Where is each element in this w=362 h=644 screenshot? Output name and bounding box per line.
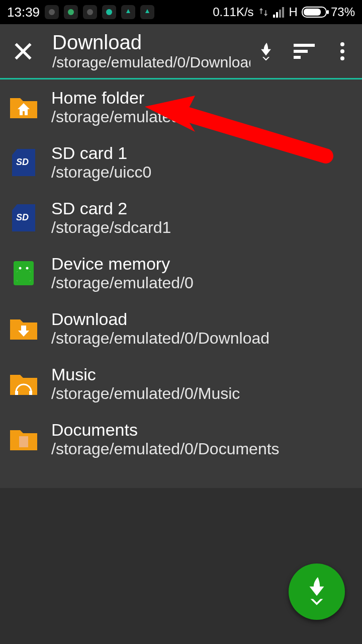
svg-text:SD: SD — [16, 212, 29, 222]
list-item-path: /storage/uicc0 — [51, 163, 353, 182]
svg-rect-10 — [294, 56, 301, 59]
notification-icon — [140, 5, 154, 19]
documents-folder-icon — [9, 425, 38, 454]
svg-rect-6 — [279, 10, 281, 18]
list-item-name: SD card 1 — [51, 143, 353, 163]
svg-rect-20 — [17, 271, 31, 281]
download-icon — [257, 41, 275, 61]
status-network-speed: 0.11K/s — [213, 5, 253, 19]
list-item-name: Music — [51, 365, 353, 384]
close-button[interactable] — [9, 37, 37, 65]
svg-rect-9 — [294, 50, 308, 53]
list-item-name: Device memory — [51, 254, 353, 274]
sdcard-icon: SD — [9, 148, 38, 177]
svg-rect-5 — [276, 12, 278, 18]
status-network-type: H — [289, 5, 298, 19]
list-item-name: Home folder — [51, 88, 353, 108]
status-time: 13:39 — [7, 5, 40, 20]
data-transfer-icon — [258, 7, 269, 18]
sort-button[interactable] — [294, 41, 315, 62]
close-icon — [12, 40, 34, 62]
list-item-music[interactable]: Music /storage/emulated/0/Music — [0, 356, 362, 412]
svg-rect-7 — [282, 7, 284, 18]
svg-rect-22 — [19, 436, 28, 447]
notification-icon — [121, 5, 135, 19]
page-subtitle: /storage/emulated/0/Download — [52, 54, 250, 71]
signal-icon — [273, 7, 285, 18]
list-item-path: /storage/emulated/0 — [51, 108, 353, 126]
svg-rect-8 — [294, 44, 315, 47]
svg-rect-4 — [273, 15, 275, 18]
download-icon — [304, 576, 329, 607]
sort-icon — [294, 44, 315, 59]
overflow-menu-button[interactable] — [332, 41, 353, 62]
notification-icon — [102, 5, 116, 19]
svg-point-17 — [19, 267, 22, 270]
svg-point-2 — [87, 9, 93, 15]
page-title: Download — [52, 31, 250, 54]
svg-point-18 — [26, 267, 29, 270]
list-item-name: Documents — [51, 420, 353, 440]
list-item-path: /storage/emulated/0/Download — [51, 329, 353, 348]
svg-text:SD: SD — [16, 157, 29, 167]
list-item-sdcard-1[interactable]: SD SD card 1 /storage/uicc0 — [0, 135, 362, 190]
list-item-path: /storage/emulated/0/Documents — [51, 440, 353, 458]
notification-icon — [64, 5, 78, 19]
battery-icon — [302, 7, 327, 18]
list-item-path: /storage/sdcard1 — [51, 218, 353, 237]
list-item-sdcard-2[interactable]: SD SD card 2 /storage/sdcard1 — [0, 190, 362, 246]
app-bar: Download /storage/emulated/0/Download — [0, 24, 362, 79]
list-item-home-folder[interactable]: Home folder /storage/emulated/0 — [0, 79, 362, 135]
status-battery-pct: 73% — [331, 5, 355, 19]
download-folder-icon — [9, 314, 38, 343]
list-item-download[interactable]: Download /storage/emulated/0/Download — [0, 301, 362, 356]
notification-icon — [45, 5, 59, 19]
status-bar: 13:39 0.11K/s H 73% — [0, 0, 362, 24]
svg-point-13 — [340, 56, 344, 60]
download-button[interactable] — [255, 41, 277, 62]
sdcard-icon: SD — [9, 203, 38, 232]
location-list: Home folder /storage/emulated/0 SD SD ca… — [0, 79, 362, 467]
notification-icon — [83, 5, 97, 19]
list-item-path: /storage/emulated/0/Music — [51, 384, 353, 403]
list-item-path: /storage/emulated/0 — [51, 274, 353, 292]
music-folder-icon — [9, 369, 38, 398]
android-icon — [9, 259, 38, 288]
list-item-documents[interactable]: Documents /storage/emulated/0/Documents — [0, 412, 362, 467]
fab-download-button[interactable] — [289, 564, 345, 620]
home-folder-icon — [9, 93, 38, 122]
svg-point-1 — [68, 9, 74, 15]
svg-point-11 — [340, 42, 344, 46]
more-vert-icon — [340, 42, 345, 61]
svg-point-3 — [106, 9, 112, 15]
list-item-name: Download — [51, 309, 353, 329]
list-item-device-memory[interactable]: Device memory /storage/emulated/0 — [0, 246, 362, 301]
list-item-name: SD card 2 — [51, 199, 353, 218]
svg-point-0 — [49, 9, 55, 15]
svg-point-12 — [340, 49, 344, 53]
